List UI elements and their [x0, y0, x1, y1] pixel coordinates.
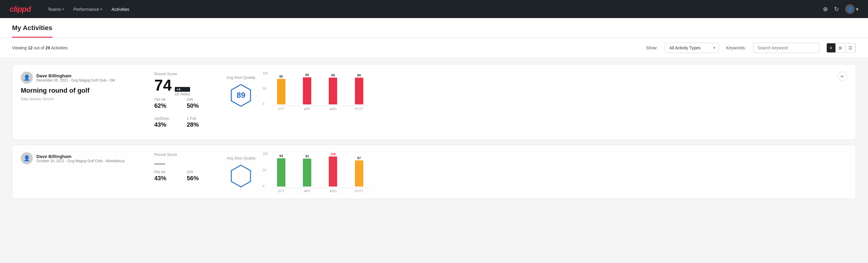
- nav-activities[interactable]: Activities: [112, 4, 129, 14]
- gir-label-2: GIR: [187, 170, 212, 174]
- list-compact-toggle[interactable]: ≡: [827, 43, 836, 52]
- nav-performance[interactable]: Performance ▾: [73, 4, 102, 14]
- user-row: 👤 Dave Billingham December 05, 2021 - Go…: [21, 71, 147, 84]
- y-100-2: 100: [263, 152, 268, 155]
- fw-hit-value: 62%: [154, 102, 180, 109]
- viewing-number: 12: [28, 46, 33, 50]
- bar-arg-segment-2: [329, 156, 337, 186]
- bar-ott-stack-2: [272, 158, 290, 186]
- hexagon-value: 89: [237, 91, 245, 100]
- y-axis-labels-2: 100 50 0: [263, 152, 268, 188]
- score-row-2: —: [154, 158, 212, 169]
- bar-ott-value-2: 94: [279, 154, 283, 158]
- bar-app-segment-2: [303, 158, 311, 186]
- bar-chart-inner: 100 50 0 85: [263, 71, 368, 111]
- teams-label: Teams: [48, 7, 61, 12]
- y-axis-labels: 100 50 0: [263, 71, 268, 106]
- search-input[interactable]: [753, 43, 819, 53]
- keywords-label: Keywords:: [726, 46, 746, 50]
- bar-arg-value: 89: [331, 74, 335, 77]
- bar-ott-segment: [277, 79, 285, 105]
- bar-chart: 100 50 0 85: [272, 71, 368, 111]
- bar-x-ott: OTT: [272, 107, 290, 111]
- bar-putt-stack: [350, 78, 368, 105]
- data-source: Data Source: Arccos: [21, 97, 147, 101]
- y-100: 100: [263, 71, 268, 75]
- bar-x-labels: OTT APP ARG PUTT: [272, 106, 368, 111]
- y-0-2: 0: [263, 184, 268, 188]
- viewing-out-of: out of: [32, 46, 45, 50]
- brand-logo[interactable]: clippd: [10, 4, 31, 14]
- activities-content: 👤 Dave Billingham December 05, 2021 - Go…: [0, 58, 868, 205]
- two-col-stats-2: FW Hit 43% GIR 56%: [154, 170, 212, 186]
- bar-chart-wrapper: 100 50 0 85: [263, 71, 368, 111]
- bar-x-labels-2: OTT APP ARG PUTT: [272, 188, 368, 193]
- activity-card-2: 👤 Dave Billingham October 16, 2021 - Gog…: [12, 145, 856, 199]
- bar-x-app: APP: [298, 107, 316, 111]
- card-stats: Round Score 74 +4 18 Holes FW Hit 62% GI…: [147, 71, 219, 133]
- svg-marker-1: [231, 165, 251, 187]
- activity-type-select[interactable]: All Activity Types: [665, 43, 719, 53]
- avatar: 👤: [845, 4, 855, 14]
- user-row-2: 👤 Dave Billingham October 16, 2021 - Gog…: [21, 152, 147, 164]
- round-score-label-2: Round Score: [154, 152, 212, 157]
- user-date-2: October 16, 2021 - Gog Magog Golf Club -…: [36, 159, 125, 163]
- list-wide-toggle[interactable]: ☰: [845, 43, 856, 52]
- add-button[interactable]: ⊕: [823, 5, 828, 12]
- user-name: Dave Billingham: [36, 73, 115, 78]
- user-info: Dave Billingham December 05, 2021 - Gog …: [36, 73, 115, 83]
- bar-app-value: 90: [305, 73, 309, 77]
- bar-putt-value: 89: [357, 74, 361, 77]
- bar-ott-2: 94: [272, 154, 290, 186]
- bar-putt-stack-2: [350, 160, 368, 186]
- refresh-button[interactable]: ↻: [834, 5, 839, 12]
- performance-chevron: ▾: [100, 7, 102, 11]
- bar-app-segment: [303, 77, 311, 105]
- bar-app-2: 93: [298, 154, 316, 186]
- card-quality-2: Avg Shot Quality 100 50 0: [219, 152, 376, 192]
- score-value: 74: [154, 77, 172, 93]
- bar-putt-value-2: 87: [357, 156, 361, 160]
- score-row: 74 +4 18 Holes: [154, 77, 212, 96]
- activity-type-select-wrapper: All Activity Types: [665, 43, 719, 53]
- bar-app-value-2: 93: [305, 154, 309, 158]
- activity-title: Morning round of golf: [21, 87, 147, 94]
- fw-hit-stat-2: FW Hit 43%: [154, 170, 180, 182]
- user-menu[interactable]: 👤 ▾: [845, 4, 858, 14]
- bar-x-arg-2: ARG: [323, 189, 342, 193]
- score-meta: +4 18 Holes: [175, 87, 190, 96]
- teams-chevron: ▾: [62, 7, 64, 11]
- one-putt-label: 1 Putt: [187, 116, 212, 121]
- grid-toggle[interactable]: ⊞: [836, 43, 845, 52]
- card-left: 👤 Dave Billingham December 05, 2021 - Go…: [21, 71, 147, 101]
- bar-arg-value-2: 106: [330, 152, 336, 156]
- bar-arg-stack: [323, 78, 342, 105]
- bar-putt-segment-2: [355, 160, 363, 186]
- fw-hit-stat: FW Hit 62%: [154, 97, 180, 109]
- viewing-suffix: Activities: [50, 46, 68, 50]
- nav-teams[interactable]: Teams ▾: [48, 4, 64, 14]
- card-left-2: 👤 Dave Billingham October 16, 2021 - Gog…: [21, 152, 147, 167]
- card-stats-2: Round Score — FW Hit 43% GIR 56%: [147, 152, 219, 186]
- bar-x-ott-2: OTT: [272, 189, 290, 193]
- bar-x-app-2: APP: [298, 189, 316, 193]
- hexagon-svg-2: [229, 164, 253, 188]
- bar-chart-area-2: 100 50 0 94 93: [272, 152, 368, 188]
- avatar: 👤: [21, 71, 33, 84]
- fw-hit-label-2: FW Hit: [154, 170, 180, 174]
- performance-label: Performance: [73, 7, 99, 12]
- toolbar: Viewing 12 out of 29 Activities Show: Al…: [0, 38, 868, 58]
- score-value-2: —: [154, 158, 165, 169]
- viewing-total: 29: [45, 46, 50, 50]
- score-badge: +4: [175, 87, 190, 92]
- edit-button[interactable]: ✏: [838, 71, 847, 81]
- fw-hit-label: FW Hit: [154, 97, 180, 102]
- one-putt-value: 28%: [187, 121, 212, 128]
- activities-label: Activities: [112, 7, 129, 12]
- gir-value-2: 56%: [187, 175, 212, 182]
- round-score-section: Round Score 74 +4 18 Holes: [154, 71, 212, 96]
- y-50: 50: [263, 87, 268, 90]
- viewing-count-text: Viewing 12 out of 29 Activities: [12, 46, 639, 50]
- bar-x-putt-2: PUTT: [350, 189, 368, 193]
- gir-stat: GIR 50%: [187, 97, 212, 109]
